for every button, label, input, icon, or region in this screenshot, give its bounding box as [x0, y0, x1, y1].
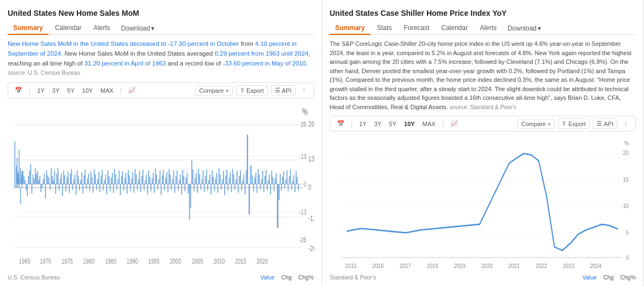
svg-rect-246	[266, 170, 267, 184]
right-value-link[interactable]: Value	[582, 274, 597, 281]
svg-rect-145	[149, 177, 151, 184]
svg-rect-151	[156, 175, 157, 184]
more-icon-right[interactable]: ⋮	[621, 119, 631, 128]
right-chgpct-link[interactable]: Chg%	[620, 274, 636, 281]
svg-rect-71	[65, 184, 67, 191]
api-button-right[interactable]: ☰ API	[593, 118, 617, 129]
more-icon-left[interactable]: ⋮	[299, 86, 309, 95]
api-button-left[interactable]: ☰ API	[271, 85, 296, 96]
svg-rect-226	[241, 184, 242, 190]
tab-download-right[interactable]: Download ▾	[503, 22, 545, 34]
svg-rect-95	[93, 184, 94, 193]
svg-rect-129	[131, 178, 133, 184]
tab-calendar-right[interactable]: Calendar	[436, 22, 473, 35]
svg-rect-125	[127, 184, 128, 194]
svg-rect-259	[281, 184, 282, 190]
svg-rect-73	[68, 171, 69, 184]
svg-rect-90	[87, 178, 88, 184]
chart-type-icon-left[interactable]: 📈	[126, 86, 138, 95]
svg-rect-213	[226, 170, 227, 184]
compare-button-right[interactable]: Compare +	[517, 119, 555, 129]
tab-stats-right[interactable]: Stats	[371, 22, 397, 35]
tab-forecast-right[interactable]: Forecast	[399, 22, 435, 35]
svg-text:15: 15	[623, 176, 629, 183]
right-chg-link[interactable]: Chg	[603, 274, 613, 281]
svg-rect-252	[273, 177, 274, 184]
svg-rect-130	[133, 172, 134, 184]
export-button-left[interactable]: ⇧ Export	[236, 85, 268, 96]
svg-rect-186	[196, 173, 197, 184]
svg-rect-64	[58, 168, 59, 184]
tab-alerts-right[interactable]: Alerts	[474, 22, 502, 35]
tab-calendar-left[interactable]: Calendar	[50, 22, 87, 35]
svg-rect-201	[213, 177, 214, 184]
svg-rect-80	[76, 184, 77, 195]
svg-rect-30	[19, 178, 20, 184]
tab-summary-right[interactable]: Summary	[330, 22, 371, 35]
period-10y-left[interactable]: 10Y	[80, 86, 95, 95]
right-chart: % 20 15 10 5 0 2015 2016 2017 2018 2019 …	[330, 134, 636, 272]
svg-text:2018: 2018	[426, 262, 438, 269]
period-10y-right[interactable]: 10Y	[402, 120, 417, 128]
right-chart-svg: % 20 15 10 5 0 2015 2016 2017 2018 2019 …	[330, 134, 636, 272]
svg-rect-37	[27, 184, 28, 196]
period-1y-right[interactable]: 1Y	[357, 120, 369, 128]
svg-rect-234	[252, 175, 253, 184]
svg-rect-104	[103, 184, 104, 190]
left-value-link[interactable]: Value	[261, 274, 275, 281]
period-5y-right[interactable]: 5Y	[387, 120, 399, 128]
period-max-left[interactable]: MAX	[98, 86, 116, 95]
period-5y-left[interactable]: 5Y	[65, 86, 76, 95]
svg-rect-119	[120, 184, 121, 195]
left-chgpct-link[interactable]: Chg%	[298, 274, 314, 281]
svg-text:2021: 2021	[508, 262, 520, 269]
export-button-right[interactable]: ⇧ Export	[558, 118, 589, 129]
svg-rect-141	[145, 180, 146, 184]
svg-rect-38	[28, 176, 29, 184]
svg-rect-43	[34, 178, 35, 184]
calendar-icon-right[interactable]: 📅	[335, 119, 347, 128]
svg-rect-172	[180, 175, 181, 184]
svg-rect-251	[272, 171, 273, 184]
svg-rect-218	[232, 169, 233, 184]
svg-rect-110	[110, 184, 111, 191]
svg-rect-126	[128, 170, 129, 184]
left-chg-link[interactable]: Chg	[281, 274, 292, 281]
tab-download-left[interactable]: Download ▾	[117, 22, 159, 34]
chart-type-icon-right[interactable]: 📈	[448, 119, 460, 128]
svg-rect-244	[263, 184, 264, 192]
svg-rect-219	[233, 175, 234, 184]
svg-rect-127	[129, 175, 130, 184]
left-source: U.S. Census Bureau	[8, 274, 60, 281]
period-1y-left[interactable]: 1Y	[35, 86, 46, 95]
svg-rect-128	[130, 184, 131, 191]
svg-rect-79	[75, 175, 76, 184]
svg-rect-203	[215, 178, 216, 184]
svg-text:2015: 2015	[345, 262, 357, 269]
period-3y-right[interactable]: 3Y	[372, 120, 383, 128]
calendar-icon-left[interactable]: 📅	[13, 86, 25, 95]
svg-rect-55	[47, 175, 49, 184]
svg-rect-253	[274, 184, 275, 191]
svg-rect-216	[230, 172, 231, 184]
tab-summary-left[interactable]: Summary	[8, 22, 49, 35]
svg-rect-233	[250, 166, 251, 184]
svg-rect-57	[50, 184, 51, 189]
svg-rect-215	[229, 178, 230, 184]
compare-button-left[interactable]: Compare +	[195, 86, 233, 96]
svg-rect-214	[227, 184, 228, 190]
svg-text:2016: 2016	[372, 262, 383, 269]
svg-rect-100	[98, 172, 99, 184]
svg-rect-62	[55, 184, 56, 194]
period-3y-left[interactable]: 3Y	[50, 86, 62, 95]
svg-text:2015: 2015	[235, 258, 246, 265]
period-max-right[interactable]: MAX	[420, 120, 438, 128]
svg-rect-137	[140, 184, 141, 192]
svg-rect-60	[53, 180, 54, 184]
tab-alerts-left[interactable]: Alerts	[88, 22, 116, 35]
svg-rect-158	[164, 184, 165, 190]
svg-rect-108	[107, 171, 109, 184]
svg-rect-69	[63, 171, 64, 184]
svg-rect-81	[77, 171, 78, 184]
svg-rect-235	[253, 184, 254, 191]
